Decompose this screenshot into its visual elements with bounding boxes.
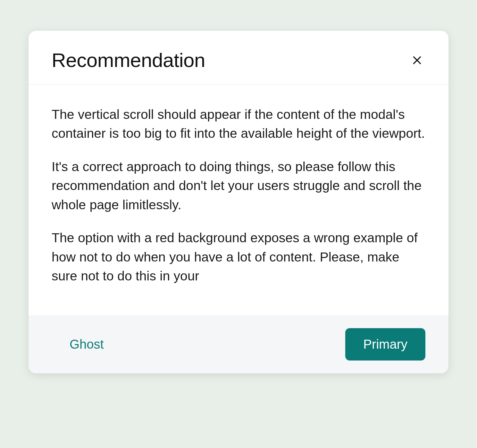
close-button[interactable] [409, 52, 425, 69]
modal-footer: Ghost Primary [29, 315, 448, 373]
body-paragraph: It's a correct approach to doing things,… [52, 157, 425, 214]
modal-body-scroll[interactable]: The vertical scroll should appear if the… [29, 85, 448, 315]
modal-header: Recommendation [29, 31, 448, 85]
body-paragraph: The vertical scroll should appear if the… [52, 105, 425, 143]
ghost-button[interactable]: Ghost [52, 328, 122, 361]
primary-button[interactable]: Primary [345, 328, 425, 361]
modal-title: Recommendation [52, 49, 205, 71]
close-icon [411, 54, 423, 66]
modal-dialog: Recommendation The vertical scroll shoul… [29, 31, 448, 373]
body-paragraph: The option with a red background exposes… [52, 228, 425, 286]
page-backdrop: Recommendation The vertical scroll shoul… [0, 0, 477, 448]
